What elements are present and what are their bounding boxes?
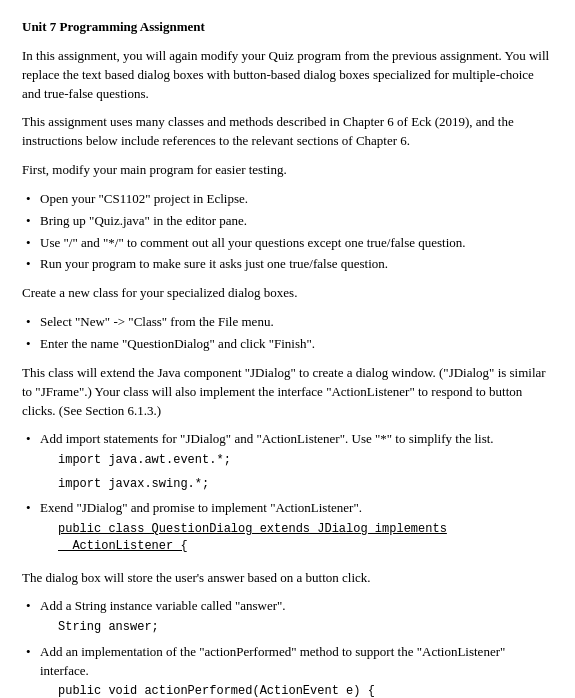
dialog-store-paragraph: The dialog box will store the user's ans…	[22, 569, 553, 588]
list-item: Exend "JDialog" and promise to implement…	[22, 499, 553, 559]
code-line: String answer;	[58, 619, 159, 636]
list-item: Open your "CS1102" project in Eclipse.	[22, 190, 553, 209]
list-item: Run your program to make sure it asks ju…	[22, 255, 553, 274]
bullet-list-2: Select "New" -> "Class" from the File me…	[22, 313, 553, 354]
list-item: Select "New" -> "Class" from the File me…	[22, 313, 553, 332]
list-item: Add an implementation of the "actionPerf…	[22, 643, 553, 698]
bullet-list-3: Add import statements for "JDialog" and …	[22, 430, 553, 558]
bullet-list-1: Open your "CS1102" project in Eclipse. B…	[22, 190, 553, 274]
bullet-label: Add import statements for "JDialog" and …	[40, 430, 494, 449]
code-line: public class QuestionDialog extends JDia…	[58, 521, 447, 556]
list-item: Enter the name "QuestionDialog" and clic…	[22, 335, 553, 354]
code-line: import javax.swing.*;	[58, 476, 209, 493]
bullet-list-4: Add a String instance variable called "a…	[22, 597, 553, 698]
intro-paragraph-2: This assignment uses many classes and me…	[22, 113, 553, 151]
list-item: Add import statements for "JDialog" and …	[22, 430, 553, 496]
intro-paragraph-1: In this assignment, you will again modif…	[22, 47, 553, 104]
list-item: Add a String instance variable called "a…	[22, 597, 553, 639]
list-item: Use "/" and "*/" to comment out all your…	[22, 234, 553, 253]
bullet-label: Add an implementation of the "actionPerf…	[40, 643, 553, 681]
new-class-paragraph: Create a new class for your specialized …	[22, 284, 553, 303]
list-item: Bring up "Quiz.java" in the editor pane.	[22, 212, 553, 231]
page-title: Unit 7 Programming Assignment	[22, 18, 553, 37]
class-desc-paragraph: This class will extend the Java componen…	[22, 364, 553, 421]
bullet-label: Exend "JDialog" and promise to implement…	[40, 499, 362, 518]
first-modify-paragraph: First, modify your main program for easi…	[22, 161, 553, 180]
code-line: public void actionPerformed(ActionEvent …	[58, 683, 375, 698]
code-line: import java.awt.event.*;	[58, 452, 231, 469]
bullet-label: Add a String instance variable called "a…	[40, 597, 286, 616]
